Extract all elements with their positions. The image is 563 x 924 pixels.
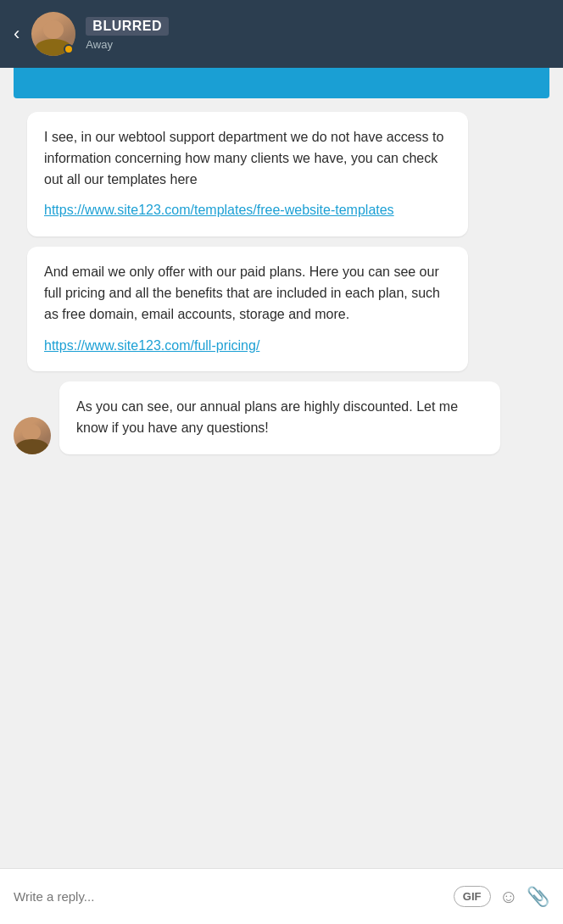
blue-action-bar[interactable] [14,68,549,98]
agent-status: Away [86,38,169,51]
message-3-container: As you can see, our annual plans are hig… [14,381,549,454]
agent-info: BLURRED Away [86,17,169,51]
agent-avatar-container [31,12,75,56]
message-3-text: As you can see, our annual plans are hig… [76,397,483,439]
gif-button[interactable]: GIF [454,886,491,907]
status-dot [64,44,74,54]
attach-button[interactable]: 📎 [527,886,549,908]
message-bubble-3: As you can see, our annual plans are hig… [59,381,500,454]
message-bubble-2: And email we only offer with our paid pl… [27,247,468,371]
message-1-link[interactable]: https://www.site123.com/templates/free-w… [44,200,451,221]
agent-name: BLURRED [86,17,169,36]
emoji-button[interactable]: ☺ [499,886,518,908]
message-2-text: And email we only offer with our paid pl… [44,262,451,325]
message-1-text: I see, in our webtool support department… [44,127,451,190]
chat-header: ‹ BLURRED Away [0,0,563,68]
templates-link[interactable]: https://www.site123.com/templates/free-w… [44,203,394,217]
agent-avatar-small [14,417,51,454]
message-2-link[interactable]: https://www.site123.com/full-pricing/ [44,336,451,357]
message-bubble-1: I see, in our webtool support department… [27,112,468,237]
reply-input[interactable] [14,889,445,904]
chat-area: I see, in our webtool support department… [0,98,563,868]
pricing-link[interactable]: https://www.site123.com/full-pricing/ [44,338,259,353]
reply-area: GIF ☺ 📎 [0,868,563,924]
back-button[interactable]: ‹ [14,23,20,45]
